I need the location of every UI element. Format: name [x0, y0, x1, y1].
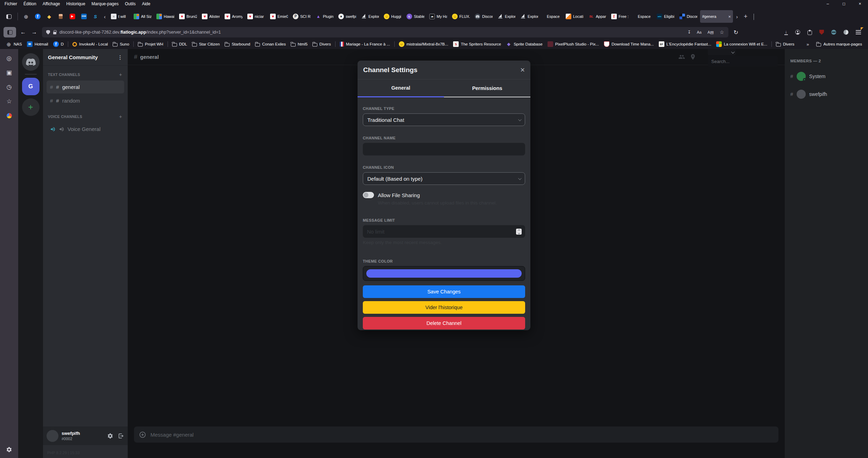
number-spinner[interactable] — [516, 229, 522, 235]
tab-emie0[interactable]: ♥Emie0 — [268, 10, 290, 23]
back-button[interactable]: ← — [17, 27, 29, 37]
bookmark-the-spriters-resource[interactable]: SThe Spriters Resource — [451, 41, 503, 48]
bookmark-pixelplush-studio-pix[interactable]: PixelPlush Studio - Pix... — [545, 41, 601, 48]
tab-alister[interactable]: ♥Alister — [200, 10, 222, 23]
bookmark-star-icon[interactable]: ☆ — [720, 29, 724, 35]
tab-explor[interactable]: Explor — [518, 10, 540, 23]
tab-bruni2[interactable]: ♥Bruni2 — [177, 10, 199, 23]
bookmark-mariage-la-france[interactable]: Mariage - La France à ... — [337, 41, 393, 47]
theme-color-picker[interactable] — [363, 266, 525, 281]
tab-active-general[interactable]: #genera × — [700, 10, 733, 23]
message-limit-input[interactable] — [363, 225, 525, 238]
ai-chatbot-icon[interactable]: ◎ — [6, 55, 13, 62]
channel-icon-select[interactable]: Default (Based on type) — [363, 172, 525, 185]
menu-fichier[interactable]: Fichier — [1, 0, 20, 7]
account-icon[interactable] — [795, 30, 800, 35]
history-icon[interactable]: ◷ — [6, 83, 13, 90]
pinned-tab-synology[interactable]: S — [90, 11, 101, 22]
extension-face-icon[interactable] — [831, 30, 836, 35]
bookmark-divers[interactable]: Divers — [310, 41, 333, 47]
pinned-tab-sprite[interactable] — [55, 11, 66, 22]
clear-history-button[interactable]: Vider l'historique — [363, 301, 525, 314]
extensions-puzzle-icon[interactable] — [807, 30, 812, 35]
bookmark-projet-wh[interactable]: Projet WH — [135, 41, 165, 47]
bookmarks-icon[interactable]: ☆ — [6, 98, 13, 105]
tab-flux-2[interactable]: ☺FLUX.2 — [450, 10, 472, 23]
pinned-tab-globe[interactable]: ⊕ — [21, 11, 31, 22]
tab-hawai[interactable]: Hawai — [154, 10, 176, 23]
tab-general[interactable]: General — [358, 79, 444, 97]
tab-close-icon[interactable]: × — [727, 14, 731, 19]
sidebar-settings-gear-icon[interactable] — [6, 446, 13, 453]
spinner-down-icon[interactable] — [517, 231, 520, 234]
bookmark-d[interactable]: fD — [51, 41, 66, 48]
tab-espace-ab[interactable]: Espace ab — [632, 10, 654, 23]
logout-icon[interactable] — [118, 433, 124, 439]
tab-t-will[interactable]: ≡t will — [109, 10, 131, 23]
tab-permissions[interactable]: Permissions — [444, 79, 530, 97]
pinned-tab-facebook[interactable]: f — [32, 11, 43, 22]
bookmark-star-citizen[interactable]: Star Citizen — [190, 41, 222, 47]
maximize-window-button[interactable]: □ — [836, 0, 852, 8]
file-sharing-toggle[interactable] — [363, 192, 374, 198]
tab-stable[interactable]: S.Stable — [404, 10, 426, 23]
other-bookmarks-folder[interactable]: Autres marque-pages — [814, 41, 865, 47]
translate-icon[interactable]: Aa — [697, 30, 701, 34]
channel-name-input[interactable] — [363, 143, 525, 155]
pinned-tab-dsm[interactable]: DSM — [78, 11, 89, 22]
menu-outils[interactable]: Outils — [122, 0, 139, 7]
server-menu-kebab-icon[interactable]: ⋮ — [118, 54, 123, 61]
tab-espace-cli[interactable]: Espace cli — [541, 10, 563, 23]
tab-swefpi[interactable]: ●swefpi — [336, 10, 358, 23]
bookmark-html5[interactable]: html5 — [288, 41, 310, 47]
menu-marque-pages[interactable]: Marque-pages — [89, 0, 122, 7]
extension-grey-icon[interactable] — [844, 30, 848, 35]
channel-general[interactable]: ##general — [47, 81, 124, 93]
tab-sci-re[interactable]: PSCI RE — [291, 10, 313, 23]
bookmark-l-encyclop-die-fantast[interactable]: EFL'Encyclopédie Fantast... — [656, 41, 714, 48]
add-channel-icon[interactable]: + — [119, 72, 122, 77]
bookmark-hotmail[interactable]: ✉Hotmail — [24, 41, 51, 48]
tab-scroll-right-icon[interactable]: › — [734, 14, 740, 20]
channel-type-select[interactable]: Traditional Chat — [363, 113, 525, 126]
minimize-window-button[interactable]: – — [820, 0, 836, 8]
channel-voice-general[interactable]: Voice General — [47, 123, 124, 136]
close-window-button[interactable]: × — [852, 0, 868, 8]
add-channel-icon[interactable]: + — [119, 114, 122, 119]
user-settings-gear-icon[interactable] — [107, 433, 113, 439]
synced-devices-icon[interactable]: ▣ — [6, 69, 13, 76]
tab-appar[interactable]: SLAppar — [586, 10, 608, 23]
firefox-view-button[interactable] — [3, 11, 15, 22]
search-input[interactable] — [708, 56, 778, 67]
bookmarks-overflow-icon[interactable]: » — [806, 42, 809, 47]
tracking-protection-shield-icon[interactable] — [46, 30, 50, 35]
delete-channel-button[interactable]: Delete Channel — [363, 317, 525, 329]
bookmark-divers[interactable]: Divers — [774, 41, 797, 47]
tab-explor[interactable]: Explor — [359, 10, 381, 23]
save-page-icon[interactable]: ↧ — [687, 30, 691, 35]
menu-historique[interactable]: Historique — [63, 0, 89, 7]
channel-filter-select[interactable] — [708, 49, 736, 55]
save-changes-button[interactable]: Save Changes — [363, 285, 525, 298]
channel-random[interactable]: ##random — [47, 94, 124, 107]
menu-aide[interactable]: Aide — [139, 0, 154, 7]
members-toggle-icon[interactable] — [678, 54, 685, 60]
pinned-messages-icon[interactable] — [690, 54, 696, 60]
reload-button[interactable]: ↻ — [731, 27, 742, 37]
tab-discor[interactable]: Discor — [473, 10, 495, 23]
bookmark-conan-exiles[interactable]: Conan Exiles — [253, 41, 288, 47]
bookmark-download-time-mana[interactable]: Download Time Mana... — [601, 41, 656, 48]
colorways-icon[interactable] — [6, 112, 13, 119]
downloads-icon[interactable]: ↓ — [784, 29, 788, 35]
tab-list-dropdown-icon[interactable] — [751, 14, 756, 20]
bookmark-starbound[interactable]: Starbound — [222, 41, 253, 47]
sidebar-toggle-button[interactable] — [3, 27, 16, 37]
tab-scroll-left-icon[interactable]: ‹ — [101, 14, 108, 20]
tab-explor[interactable]: Explor — [495, 10, 517, 23]
pinned-tab-youtube[interactable]: ▶ — [67, 11, 78, 22]
url-bar[interactable]: discord-like-php-chat-7262.dev.flatlogic… — [42, 27, 728, 37]
tab-discor[interactable]: Discor — [677, 10, 699, 23]
bookmark-ddl[interactable]: DDL — [170, 41, 190, 47]
bookmark-nas[interactable]: ⊕NAS — [3, 41, 24, 48]
app-menu-icon[interactable] — [856, 30, 861, 34]
